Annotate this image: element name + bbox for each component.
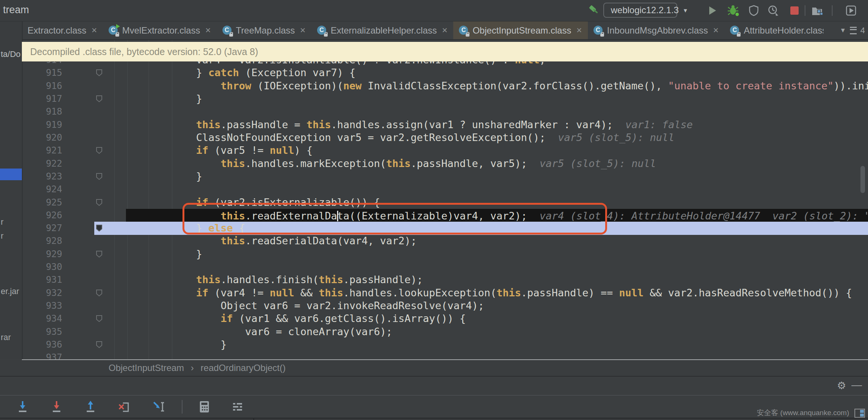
hidden-tabs-menu-icon[interactable]: [850, 27, 857, 34]
run-icon[interactable]: [706, 4, 719, 17]
close-icon[interactable]: ✕: [300, 26, 306, 35]
code-text: if (var4 != null && this.handles.lookupE…: [123, 287, 852, 299]
debugger-inline-hint: var5 (slot_5): null: [540, 158, 656, 169]
breadcrumb-class[interactable]: ObjectInputStream: [109, 363, 184, 373]
code-line-924[interactable]: 924: [22, 183, 868, 196]
code-line-915[interactable]: 915 } catch (Exception var7) {: [22, 66, 868, 79]
project-item[interactable]: rar: [1, 333, 11, 342]
code-line-920[interactable]: 920 ClassNotFoundException var5 = var2.g…: [22, 131, 868, 144]
code-text: }: [123, 92, 202, 105]
lock-icon: [324, 34, 328, 37]
run-anything-icon[interactable]: [845, 4, 857, 17]
fold-marker-icon[interactable]: [96, 173, 103, 180]
run-configuration-select[interactable]: weblogic12.2.1.3 ▼: [603, 3, 677, 18]
debug-icon[interactable]: [727, 4, 740, 17]
fold-marker-icon[interactable]: [96, 289, 103, 297]
class-file-icon: C: [109, 26, 118, 35]
code-line-930[interactable]: 930: [22, 261, 868, 273]
code-line-925[interactable]: 925 if (var2.isExternalizable()) {: [22, 196, 868, 209]
minimize-icon[interactable]: —: [851, 379, 862, 391]
class-file-icon: C: [459, 26, 469, 35]
line-number: 922: [22, 157, 62, 170]
fold-marker-icon[interactable]: [96, 341, 103, 348]
profiler-icon[interactable]: [767, 4, 780, 17]
build-hammer-icon[interactable]: [587, 4, 600, 17]
tab-objectinputstream-class[interactable]: CObjectInputStream.class✕: [453, 21, 587, 39]
tab-mvelextractor-class[interactable]: CMvelExtractor.class✕: [103, 21, 217, 39]
step-into-icon[interactable]: [16, 400, 29, 414]
tabs-scroll-chevron-icon[interactable]: ▼: [840, 27, 846, 34]
lock-icon: [737, 34, 741, 37]
tab-treemap-class[interactable]: CTreeMap.class✕: [217, 21, 311, 39]
layout-grid-icon[interactable]: [854, 409, 865, 418]
bottom-panel-splitter[interactable]: [253, 418, 254, 420]
code-line-937[interactable]: 937: [22, 351, 868, 359]
code-line-931[interactable]: 931 this.handles.finish(this.passHandle)…: [22, 273, 868, 286]
code-line-929[interactable]: 929 }: [22, 248, 868, 261]
code-line-932[interactable]: 932 if (var4 != null && this.handles.loo…: [22, 287, 868, 299]
tab-bar-controls: ▼ 4: [840, 21, 865, 39]
code-line-917[interactable]: 917 }: [22, 92, 868, 105]
fold-marker-icon[interactable]: [96, 199, 103, 206]
close-icon[interactable]: ✕: [576, 26, 582, 35]
project-item[interactable]: ta/Do: [1, 49, 21, 59]
code-line-926[interactable]: 926 this.readExternalData((Externalizabl…: [22, 209, 868, 222]
run-to-cursor-icon[interactable]: [152, 400, 166, 414]
close-icon[interactable]: ✕: [713, 26, 719, 35]
code-line-936[interactable]: 936 }: [22, 338, 868, 351]
fold-marker-icon[interactable]: [96, 250, 103, 258]
lock-icon: [229, 34, 233, 37]
close-icon[interactable]: ✕: [205, 26, 211, 35]
project-item[interactable]: r: [1, 217, 3, 227]
lock-icon: [600, 34, 604, 37]
line-number: 932: [22, 287, 62, 299]
breadcrumb: ObjectInputStream › readOrdinaryObject(): [0, 360, 868, 376]
stop-icon[interactable]: [788, 4, 801, 17]
fold-marker-icon[interactable]: [96, 224, 103, 232]
code-line-927[interactable]: 927 } else {: [22, 222, 868, 235]
code-line-921[interactable]: 921 if (var5 != null) {: [22, 144, 868, 157]
layout-settings-icon[interactable]: [231, 400, 244, 414]
force-step-into-icon[interactable]: [50, 400, 63, 414]
line-number: 921: [22, 144, 62, 157]
project-item[interactable]: er.jar: [1, 287, 19, 296]
tab-externalizablehelper-class[interactable]: CExternalizableHelper.class✕: [311, 21, 453, 39]
editor-scrollbar-thumb[interactable]: [860, 166, 865, 193]
fold-marker-icon[interactable]: [96, 147, 103, 154]
close-icon[interactable]: ✕: [442, 26, 448, 35]
code-line-916[interactable]: 916 throw (IOException)(new InvalidClass…: [22, 80, 868, 92]
gear-icon[interactable]: ⚙: [837, 380, 846, 392]
evaluate-expression-icon[interactable]: [198, 400, 211, 414]
code-line-933[interactable]: 933 Object var6 = var2.invokeReadResolve…: [22, 299, 868, 312]
tab-extractor-class[interactable]: Extractor.class✕: [22, 21, 103, 39]
project-item[interactable]: r: [1, 231, 3, 241]
toolbar-separator: [805, 5, 805, 16]
code-text: if (var5 != null) {: [123, 144, 313, 157]
tab-inboundmsgabbrev-class[interactable]: CInboundMsgAbbrev.class✕: [588, 21, 725, 39]
code-editor[interactable]: 914 var4 = var2.isInstantiable() ? var2.…: [22, 40, 868, 359]
line-number: 927: [22, 222, 62, 235]
code-line-919[interactable]: 919 this.passHandle = this.handles.assig…: [22, 118, 868, 131]
coverage-icon[interactable]: [747, 4, 760, 17]
fold-marker-icon[interactable]: [96, 95, 103, 103]
project-selected-item-highlight[interactable]: [0, 169, 22, 180]
code-line-934[interactable]: 934 if (var1 && var6.getClass().isArray(…: [22, 312, 868, 325]
line-number: 929: [22, 248, 62, 261]
code-line-918[interactable]: 918: [22, 105, 868, 118]
code-text: this.readExternalData((Externalizable)va…: [123, 209, 868, 222]
code-line-923[interactable]: 923 }: [22, 170, 868, 183]
run-overlay-icon: [116, 24, 120, 29]
breadcrumb-method[interactable]: readOrdinaryObject(): [201, 363, 285, 373]
tab-attributeholder-class[interactable]: CAttributeHolder.class✕: [724, 21, 824, 39]
fold-marker-icon[interactable]: [96, 69, 103, 77]
code-line-935[interactable]: 935 var6 = cloneArray(var6);: [22, 325, 868, 338]
step-out-icon[interactable]: [84, 400, 97, 414]
drop-frame-icon[interactable]: [118, 400, 131, 414]
text-caret: [337, 211, 338, 221]
code-line-922[interactable]: 922 this.handles.markException(this.pass…: [22, 157, 868, 170]
code-line-928[interactable]: 928 this.readSerialData(var4, var2);: [22, 235, 868, 247]
services-icon[interactable]: [811, 4, 824, 17]
fold-marker-icon[interactable]: [96, 315, 103, 322]
title-bar: tream weblogic12.2.1.3 ▼: [0, 0, 868, 21]
close-icon[interactable]: ✕: [91, 26, 97, 35]
